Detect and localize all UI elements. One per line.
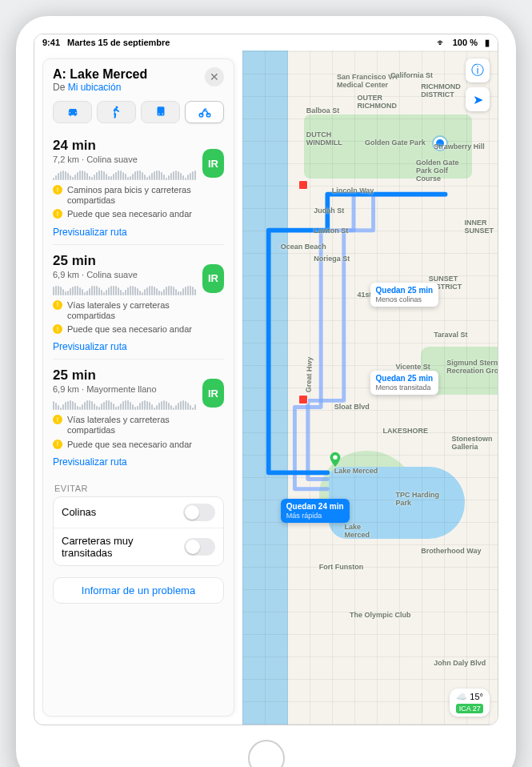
map-label: TPC HardingPark bbox=[395, 491, 439, 507]
map-label: RICHMONDDISTRICT bbox=[421, 82, 461, 98]
route-duration: 25 min bbox=[53, 367, 196, 384]
map-label: Golden GatePark GolfCourse bbox=[416, 159, 459, 183]
map-label: John Daly Blvd bbox=[434, 659, 486, 667]
map-label: LAKESHORE bbox=[382, 427, 428, 435]
route-duration: 24 min bbox=[53, 138, 196, 154]
route-callout[interactable]: Quedan 24 minMás rápida bbox=[281, 499, 350, 523]
elevation-chart bbox=[53, 169, 196, 180]
map-label: Ocean Beach bbox=[281, 243, 326, 251]
route-advisory: !Vías laterales y carreteras compartidas bbox=[53, 300, 196, 321]
svg-point-3 bbox=[162, 114, 163, 115]
go-button[interactable]: IR bbox=[202, 149, 224, 178]
route-option-2[interactable]: 25 min 6,9 km · Mayormente llano !Vías l… bbox=[53, 359, 224, 474]
route-advisory: !Puede que sea necesario andar bbox=[53, 209, 196, 219]
transport-mode-tabs bbox=[53, 101, 224, 123]
ipad-frame: 9:41 Martes 15 de septiembre ᯤ 100 % ▮ A… bbox=[16, 16, 516, 767]
route-meta: 6,9 km · Colina suave bbox=[53, 270, 196, 279]
map-label: Balboa St bbox=[306, 106, 340, 114]
report-problem-button[interactable]: Informar de un problema bbox=[53, 577, 224, 604]
map-label: INNERSUNSET bbox=[465, 219, 494, 235]
directions-sidebar: A: Lake Merced De Mi ubicación ✕ bbox=[42, 58, 234, 717]
route-option-0[interactable]: 24 min 7,2 km · Colina suave !Caminos pa… bbox=[53, 130, 224, 244]
home-button[interactable] bbox=[248, 740, 285, 767]
warning-icon: ! bbox=[53, 300, 62, 310]
map-label: Great Hwy bbox=[304, 357, 314, 393]
preview-route-link[interactable]: Previsualizar ruta bbox=[53, 456, 224, 468]
map-label: Lake Merced bbox=[334, 467, 378, 475]
road-closure-icon bbox=[298, 180, 308, 190]
map-label: Noriega St bbox=[314, 255, 350, 263]
avoid-row-busy: Carreteras muy transitadas bbox=[54, 528, 223, 565]
map-label: StonestownGalleria bbox=[452, 435, 493, 451]
map-info-button[interactable]: ⓘ bbox=[466, 58, 490, 82]
map-canvas[interactable]: San Francisco VAMedical CenterCalifornia… bbox=[242, 50, 498, 725]
status-time: 9:41 bbox=[42, 38, 60, 47]
road-closure-icon bbox=[298, 395, 308, 404]
car-icon bbox=[66, 105, 80, 119]
map-label: LakeMerced bbox=[345, 523, 370, 539]
elevation-chart bbox=[53, 399, 196, 410]
mode-drive[interactable] bbox=[53, 101, 92, 123]
status-left: 9:41 Martes 15 de septiembre bbox=[42, 38, 170, 47]
warning-icon: ! bbox=[53, 324, 62, 334]
svg-point-6 bbox=[334, 456, 338, 460]
warning-icon: ! bbox=[53, 185, 62, 195]
route-advisory: !Vías laterales y carreteras compartidas bbox=[53, 415, 196, 436]
map-label: The Olympic Club bbox=[350, 611, 411, 619]
route-advisory: !Caminos para bicis y carreteras compart… bbox=[53, 185, 196, 206]
destination-title: A: Lake Merced bbox=[53, 67, 147, 82]
route-option-1[interactable]: 25 min 6,9 km · Colina suave !Vías later… bbox=[53, 244, 224, 359]
route-meta: 6,9 km · Mayormente llano bbox=[53, 384, 196, 394]
map-label: Lincoln Way bbox=[332, 187, 374, 195]
map-locate-button[interactable]: ➤ bbox=[466, 87, 490, 111]
map-label: Sigmund SternRecreation Grove bbox=[446, 359, 498, 375]
avoid-section: EVITAR Colinas Carreteras muy transitada… bbox=[53, 484, 224, 566]
map-label: Sloat Blvd bbox=[334, 403, 370, 411]
map-label: Lawton St bbox=[314, 227, 348, 235]
mode-walk[interactable] bbox=[97, 101, 136, 123]
route-callout[interactable]: Quedan 25 minMenos transitada bbox=[370, 371, 439, 395]
my-location-link[interactable]: Mi ubicación bbox=[68, 82, 122, 93]
svg-point-2 bbox=[158, 114, 160, 115]
go-button[interactable]: IR bbox=[202, 264, 224, 293]
mode-bike[interactable] bbox=[185, 101, 224, 123]
walk-icon bbox=[110, 105, 124, 119]
elevation-chart bbox=[53, 284, 196, 295]
avoid-hills-switch[interactable] bbox=[183, 504, 215, 521]
avoid-title: EVITAR bbox=[53, 484, 224, 493]
map-label: Vicente St bbox=[395, 363, 430, 371]
origin-subtitle: De Mi ubicación bbox=[53, 82, 147, 93]
wifi-icon: ᯤ bbox=[437, 38, 446, 47]
warning-icon: ! bbox=[53, 415, 62, 424]
battery-icon: ▮ bbox=[485, 38, 490, 47]
map-label: Fort Funston bbox=[319, 563, 364, 571]
preview-route-link[interactable]: Previsualizar ruta bbox=[53, 341, 224, 352]
avoid-busy-switch[interactable] bbox=[184, 538, 215, 556]
map-label: Brotherhood Way bbox=[421, 547, 481, 555]
map-label: Golden Gate Park bbox=[365, 139, 426, 147]
svg-rect-1 bbox=[157, 106, 164, 115]
preview-route-link[interactable]: Previsualizar ruta bbox=[53, 227, 224, 238]
map-label: San Francisco VAMedical Center bbox=[337, 73, 398, 89]
mode-transit[interactable] bbox=[141, 101, 180, 123]
route-meta: 7,2 km · Colina suave bbox=[53, 155, 196, 164]
weather-badge[interactable]: ☁️ 15° ICA 27 bbox=[450, 689, 490, 717]
route-advisory: !Puede que sea necesario andar bbox=[53, 440, 196, 450]
map-label: Strawberry Hill bbox=[434, 143, 485, 151]
close-button[interactable]: ✕ bbox=[205, 67, 224, 86]
warning-icon: ! bbox=[53, 440, 62, 449]
route-callout[interactable]: Quedan 25 minMenos colinas bbox=[370, 283, 439, 307]
route-duration: 25 min bbox=[53, 253, 196, 269]
avoid-label-hills: Colinas bbox=[62, 506, 96, 518]
destination-pin bbox=[326, 451, 344, 468]
avoid-row-hills: Colinas bbox=[54, 497, 223, 528]
status-date: Martes 15 de septiembre bbox=[67, 38, 170, 47]
route-advisory: !Puede que sea necesario andar bbox=[53, 324, 196, 335]
go-button[interactable]: IR bbox=[202, 379, 224, 408]
avoid-label-busy: Carreteras muy transitadas bbox=[62, 535, 184, 559]
map-label: Taraval St bbox=[434, 331, 467, 339]
battery-text: 100 % bbox=[453, 38, 478, 47]
map-label: Judah St bbox=[314, 207, 344, 215]
map-label: OUTERRICHMOND bbox=[358, 94, 398, 110]
screen: 9:41 Martes 15 de septiembre ᯤ 100 % ▮ A… bbox=[34, 34, 498, 725]
